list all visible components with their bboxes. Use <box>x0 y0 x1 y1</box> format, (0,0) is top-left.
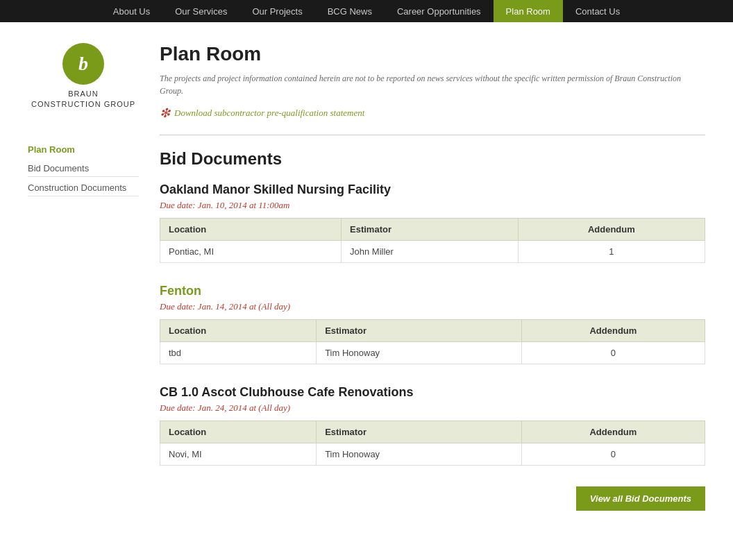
nav-services[interactable]: Our Services <box>162 0 239 22</box>
col-header-estimator-1: Estimator <box>342 219 519 241</box>
divider <box>160 135 705 135</box>
page-title: Plan Room <box>160 43 705 65</box>
view-all-area: View all Bid Documents <box>160 486 705 511</box>
col-header-estimator-2: Estimator <box>317 320 522 342</box>
download-label: Download subcontractor pre-qualification… <box>174 108 364 119</box>
cell-addendum-3: 0 <box>521 443 705 466</box>
project-block-3: CB 1.0 Ascot Clubhouse Cafe Renovations … <box>160 385 705 466</box>
cell-addendum-1: 1 <box>518 241 705 263</box>
sidebar-item-constdocs[interactable]: Construction Documents <box>28 180 139 196</box>
project-table-2: Location Estimator Addendum tbd Tim Hono… <box>160 319 705 364</box>
download-link[interactable]: ❇ Download subcontractor pre-qualificati… <box>160 105 705 121</box>
section-title: Bid Documents <box>160 149 705 169</box>
table-row: tbd Tim Honoway 0 <box>160 342 705 364</box>
cell-location-1: Pontiac, MI <box>160 241 342 263</box>
col-header-location-1: Location <box>160 219 342 241</box>
content-area: Bid Documents Oakland Manor Skilled Nurs… <box>160 135 705 511</box>
sidebar: Plan Room Bid Documents Construction Doc… <box>28 135 139 511</box>
nav-careers[interactable]: Career Opportunities <box>385 0 494 22</box>
nav-projects[interactable]: Our Projects <box>239 0 314 22</box>
logo-icon: b <box>62 43 104 85</box>
logo-area: b Braun Construction Group <box>28 43 139 110</box>
main-nav: About Us Our Services Our Projects BCG N… <box>0 0 733 22</box>
col-header-estimator-3: Estimator <box>317 421 522 443</box>
nav-planroom[interactable]: Plan Room <box>494 0 563 22</box>
project-title-3: CB 1.0 Ascot Clubhouse Cafe Renovations <box>160 385 705 400</box>
pdf-icon: ❇ <box>160 105 170 121</box>
col-header-addendum-2: Addendum <box>521 320 705 342</box>
header-area: b Braun Construction Group Plan Room The… <box>0 22 733 135</box>
sidebar-item-planroom[interactable]: Plan Room <box>28 142 139 158</box>
cell-location-3: Novi, MI <box>160 443 317 466</box>
nav-news[interactable]: BCG News <box>315 0 385 22</box>
table-row: Novi, MI Tim Honoway 0 <box>160 443 705 466</box>
project-block-1: Oakland Manor Skilled Nursing Facility D… <box>160 183 705 263</box>
project-block-2: Fenton Due date: Jan. 14, 2014 at (All d… <box>160 284 705 364</box>
disclaimer-text: The projects and project information con… <box>160 72 705 97</box>
due-date-2: Due date: Jan. 14, 2014 at (All day) <box>160 301 705 312</box>
project-title-2: Fenton <box>160 284 705 298</box>
view-all-button[interactable]: View all Bid Documents <box>576 486 705 511</box>
header-content: Plan Room The projects and project infor… <box>160 43 705 121</box>
cell-location-2: tbd <box>160 342 317 364</box>
project-table-3: Location Estimator Addendum Novi, MI Tim… <box>160 421 705 466</box>
main-area: Plan Room Bid Documents Construction Doc… <box>0 135 733 538</box>
due-date-1: Due date: Jan. 10, 2014 at 11:00am <box>160 200 705 211</box>
nav-contact[interactable]: Contact Us <box>563 0 632 22</box>
cell-estimator-3: Tim Honoway <box>317 443 522 466</box>
due-date-3: Due date: Jan. 24, 2014 at (All day) <box>160 402 705 414</box>
col-header-location-3: Location <box>160 421 317 443</box>
col-header-addendum-3: Addendum <box>521 421 705 443</box>
cell-estimator-1: John Miller <box>342 241 519 263</box>
table-row: Pontiac, MI John Miller 1 <box>160 241 705 263</box>
project-title-1: Oakland Manor Skilled Nursing Facility <box>160 183 705 197</box>
cell-addendum-2: 0 <box>521 342 705 364</box>
logo-text: Braun Construction Group <box>31 89 135 110</box>
project-table-1: Location Estimator Addendum Pontiac, MI … <box>160 218 705 263</box>
col-header-location-2: Location <box>160 320 317 342</box>
cell-estimator-2: Tim Honoway <box>317 342 522 364</box>
nav-about[interactable]: About Us <box>101 0 162 22</box>
col-header-addendum-1: Addendum <box>518 219 705 241</box>
sidebar-item-biddocs[interactable]: Bid Documents <box>28 160 139 177</box>
